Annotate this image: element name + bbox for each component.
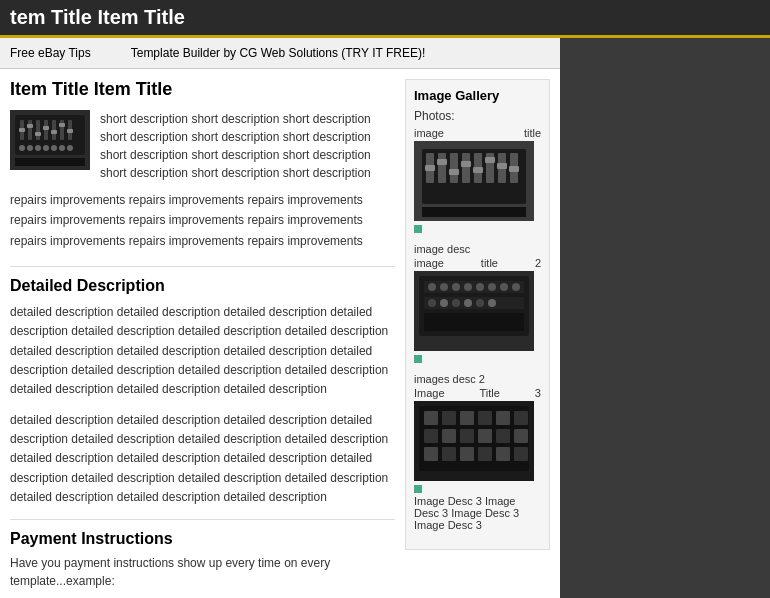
svg-rect-36 xyxy=(449,169,459,175)
gallery-3-title-label: Title xyxy=(480,387,500,399)
top-title-bar: tem Title Item Title xyxy=(0,0,770,38)
gallery-2-image-label: image xyxy=(414,257,444,269)
svg-point-22 xyxy=(67,145,73,151)
svg-rect-34 xyxy=(425,165,435,171)
gallery-title: Image Gallery xyxy=(414,88,541,103)
item-thumbnail xyxy=(10,110,90,170)
svg-rect-81 xyxy=(514,447,528,461)
gallery-1-title-label: title xyxy=(524,127,541,139)
svg-rect-11 xyxy=(35,132,41,136)
gallery-3-bullet xyxy=(414,485,422,493)
svg-point-53 xyxy=(512,283,520,291)
item-header-row: short description short description shor… xyxy=(10,110,395,182)
svg-rect-76 xyxy=(424,447,438,461)
svg-rect-64 xyxy=(424,411,438,425)
gallery-3-desc: images desc 2 xyxy=(414,373,541,385)
svg-rect-73 xyxy=(478,429,492,443)
svg-point-18 xyxy=(35,145,41,151)
svg-rect-38 xyxy=(473,167,483,173)
right-column: Image Gallery Photos: image title xyxy=(405,79,550,598)
gallery-item-2: image desc image title 2 xyxy=(414,243,541,363)
svg-rect-75 xyxy=(514,429,528,443)
image-gallery: Image Gallery Photos: image title xyxy=(405,79,550,550)
svg-rect-70 xyxy=(424,429,438,443)
gallery-item-1: image title xyxy=(414,127,541,233)
svg-rect-13 xyxy=(51,130,57,134)
svg-point-47 xyxy=(440,283,448,291)
svg-rect-9 xyxy=(19,128,25,132)
svg-point-16 xyxy=(19,145,25,151)
svg-point-49 xyxy=(464,283,472,291)
gallery-last-desc: Image Desc 3 Image Desc 3 Image Desc 3 I… xyxy=(414,495,541,531)
svg-rect-61 xyxy=(424,313,524,331)
top-title-text: tem Title Item Title xyxy=(10,6,185,28)
svg-point-50 xyxy=(476,283,484,291)
gallery-image-3[interactable] xyxy=(414,401,534,481)
svg-rect-28 xyxy=(450,153,458,183)
svg-rect-66 xyxy=(460,411,474,425)
gallery-2-title-label: title xyxy=(481,257,498,269)
gallery-3-image-label: Image xyxy=(414,387,445,399)
gallery-image-1[interactable] xyxy=(414,141,534,221)
payment-title: Payment Instructions xyxy=(10,530,395,548)
left-column: Item Title Item Title xyxy=(10,79,395,598)
svg-rect-69 xyxy=(514,411,528,425)
svg-rect-39 xyxy=(485,157,495,163)
svg-rect-3 xyxy=(28,120,32,140)
svg-rect-67 xyxy=(478,411,492,425)
svg-rect-15 xyxy=(67,129,73,133)
svg-point-58 xyxy=(464,299,472,307)
svg-rect-42 xyxy=(422,207,526,217)
svg-rect-27 xyxy=(438,153,446,183)
svg-rect-35 xyxy=(437,159,447,165)
svg-rect-29 xyxy=(462,153,470,183)
repairs-improvements-text: repairs improvements repairs improvement… xyxy=(10,190,395,251)
svg-rect-78 xyxy=(460,447,474,461)
svg-point-56 xyxy=(440,299,448,307)
svg-point-51 xyxy=(488,283,496,291)
svg-rect-23 xyxy=(15,158,85,166)
gallery-item-3: images desc 2 Image Title 3 xyxy=(414,373,541,531)
svg-rect-68 xyxy=(496,411,510,425)
svg-point-55 xyxy=(428,299,436,307)
svg-point-21 xyxy=(59,145,65,151)
svg-rect-71 xyxy=(442,429,456,443)
photos-label: Photos: xyxy=(414,109,541,123)
svg-point-59 xyxy=(476,299,484,307)
gallery-1-image-label: image xyxy=(414,127,444,139)
svg-rect-1 xyxy=(15,115,85,155)
divider-1 xyxy=(10,266,395,267)
svg-rect-77 xyxy=(442,447,456,461)
divider-2 xyxy=(10,519,395,520)
svg-rect-80 xyxy=(496,447,510,461)
svg-rect-45 xyxy=(424,281,524,293)
svg-point-48 xyxy=(452,283,460,291)
svg-rect-72 xyxy=(460,429,474,443)
header-bar: Free eBay Tips Template Builder by CG We… xyxy=(0,38,560,69)
detailed-desc-title: Detailed Description xyxy=(10,277,395,295)
svg-point-60 xyxy=(488,299,496,307)
gallery-2-desc: image desc xyxy=(414,243,541,255)
svg-point-46 xyxy=(428,283,436,291)
short-description: short description short description shor… xyxy=(100,110,395,182)
item-title: Item Title Item Title xyxy=(10,79,395,100)
gallery-3-number: 3 xyxy=(535,387,541,399)
gallery-2-bullet xyxy=(414,355,422,363)
detailed-desc-para2: detailed description detailed descriptio… xyxy=(10,411,395,507)
svg-rect-14 xyxy=(59,123,65,127)
svg-rect-54 xyxy=(424,297,524,309)
svg-rect-4 xyxy=(36,120,40,140)
svg-point-17 xyxy=(27,145,33,151)
svg-point-52 xyxy=(500,283,508,291)
detailed-desc-para1: detailed description detailed descriptio… xyxy=(10,303,395,399)
header-right: Template Builder by CG Web Solutions (TR… xyxy=(131,46,426,60)
svg-rect-74 xyxy=(496,429,510,443)
header-left: Free eBay Tips xyxy=(10,46,91,60)
gallery-image-2[interactable] xyxy=(414,271,534,351)
svg-point-19 xyxy=(43,145,49,151)
svg-rect-37 xyxy=(461,161,471,167)
svg-rect-79 xyxy=(478,447,492,461)
svg-point-57 xyxy=(452,299,460,307)
svg-rect-41 xyxy=(509,166,519,172)
payment-intro: Have you payment instructions show up ev… xyxy=(10,554,395,590)
